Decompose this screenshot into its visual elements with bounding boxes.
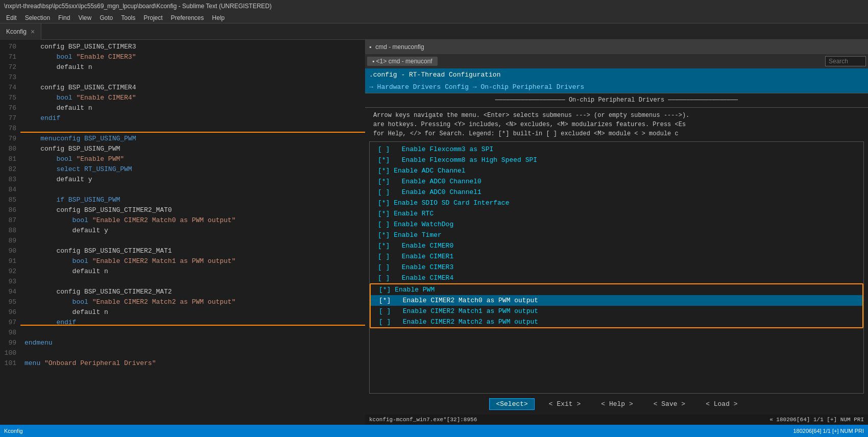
mc-list-item[interactable]: [*] Enable RTC — [370, 208, 863, 219]
mc-list-item[interactable]: [*] Enable ADC Channel — [370, 165, 863, 176]
tab-close-button[interactable]: × — [31, 28, 35, 36]
line-number: 85 — [0, 195, 16, 205]
mc-list-item[interactable]: [ ] Enable ADC0 Channel1 — [370, 187, 863, 198]
code-line — [25, 348, 361, 358]
mc-list-item[interactable]: [*] Enable CIMER0 — [370, 240, 863, 251]
mc-list-item[interactable]: [ ] Enable CIMER2 Match2 as PWM output — [371, 317, 862, 327]
editor-pane: 7071727374757677787980818283848586878889… — [0, 40, 365, 425]
code-line — [25, 185, 361, 195]
code-line: endmenu — [25, 338, 361, 348]
mc-save-button[interactable]: < Save > — [647, 398, 691, 410]
menu-help[interactable]: Help — [208, 14, 229, 21]
menu-edit[interactable]: Edit — [2, 14, 21, 21]
mc-list-item[interactable]: [ ] Enable CIMER1 — [370, 251, 863, 262]
cmd-status-right: « 180206[64] 1/1 [+] NUM PRI — [769, 415, 864, 425]
cmd-tab-bar: ▪ <1> cmd - menuconf — [365, 54, 868, 68]
mc-list[interactable]: [ ] Enable Flexcomm3 as SPI[*] Enable Fl… — [369, 141, 864, 394]
line-number: 100 — [0, 348, 16, 358]
mc-desc-line1: Arrow keys navigate the menu. <Enter> se… — [373, 111, 860, 120]
cmd-status-bar: kconfig-mconf_win7.exe*[32]:8956 « 18020… — [365, 415, 868, 425]
code-line: menuconfig BSP_USING_PWM — [25, 134, 361, 144]
title-text: \nxp\rt-thread\bsp\lpc55sxx\lpc55s69_mgn… — [4, 3, 272, 10]
line-number: 79 — [0, 134, 16, 144]
line-number: 96 — [0, 307, 16, 318]
mc-list-item[interactable]: [ ] Enable CIMER4 — [370, 273, 863, 283]
code-line: default y — [25, 175, 361, 185]
menu-tools[interactable]: Tools — [117, 14, 139, 21]
mc-breadcrumb: .config - RT-Thread Configuration — [365, 68, 868, 81]
search-input[interactable] — [825, 56, 866, 66]
mc-section-header: ─────────────────── On-chip Peripheral D… — [365, 93, 868, 108]
line-number: 89 — [0, 236, 16, 246]
mc-path-text: → Hardware Drivers Config → On-chip Peri… — [369, 83, 584, 91]
mc-list-item[interactable]: [ ] Enable WatchDog — [370, 219, 863, 230]
mc-breadcrumb-text: .config - RT-Thread Configuration — [369, 71, 500, 79]
mc-path: → Hardware Drivers Config → On-chip Peri… — [365, 81, 868, 93]
line-number: 73 — [0, 72, 16, 83]
code-line: if BSP_USING_PWM — [25, 195, 361, 205]
code-line: default n — [25, 103, 361, 113]
code-line: config BSP_USING_CTIMER2_MAT1 — [25, 246, 361, 256]
cmd-pane: ▪ cmd - menuconfig ▪ <1> cmd - menuconf … — [365, 40, 868, 425]
mc-exit-button[interactable]: < Exit > — [543, 398, 587, 410]
menu-find[interactable]: Find — [54, 14, 74, 21]
menu-preferences[interactable]: Preferences — [167, 14, 208, 21]
code-line — [25, 72, 361, 83]
status-right: 180206[64] 1/1 [+] NUM PRI — [793, 428, 864, 434]
line-number: 77 — [0, 113, 16, 124]
mc-select-button[interactable]: <Select> — [489, 398, 534, 410]
code-line: bool "Enable CIMER3" — [25, 52, 361, 62]
line-number: 71 — [0, 52, 16, 62]
status-bar: Kconfig 180206[64] 1/1 [+] NUM PRI — [0, 425, 868, 437]
code-line: default y — [25, 226, 361, 236]
code-line: menu "Onboard Peripheral Drivers" — [25, 358, 361, 369]
code-area[interactable]: config BSP_USING_CTIMER3 bool "Enable CI… — [20, 40, 365, 425]
mc-list-item[interactable]: [ ] Enable CIMER2 Match1 as PWM output — [371, 306, 862, 317]
editor-content: 7071727374757677787980818283848586878889… — [0, 40, 365, 425]
menu-project[interactable]: Project — [139, 14, 166, 21]
code-line: config BSP_USING_PWM — [25, 144, 361, 154]
line-number: 72 — [0, 62, 16, 72]
mc-help-button[interactable]: < Help > — [595, 398, 639, 410]
line-number: 87 — [0, 215, 16, 226]
code-line: select RT_USING_PWM — [25, 164, 361, 175]
line-number: 86 — [0, 205, 16, 215]
cmd-window-icon: ▪ — [369, 43, 371, 51]
mc-list-item[interactable]: [*] Enable Timer — [370, 230, 863, 240]
code-line — [25, 277, 361, 287]
cmd-icon: ▪ — [372, 58, 374, 65]
line-number: 99 — [0, 338, 16, 348]
line-number: 84 — [0, 185, 16, 195]
line-number: 91 — [0, 256, 16, 266]
cmd-tab[interactable]: ▪ <1> cmd - menuconf — [367, 57, 438, 66]
mc-section-header-text: ─────────────────── On-chip Peripheral D… — [495, 96, 738, 104]
code-line: config BSP_USING_CTIMER4 — [25, 83, 361, 93]
line-number: 101 — [0, 358, 16, 369]
line-number: 88 — [0, 226, 16, 236]
line-number: 70 — [0, 42, 16, 52]
mc-list-item[interactable]: [ ] Enable Flexcomm3 as SPI — [370, 144, 863, 155]
code-line: bool "Enable PWM" — [25, 154, 361, 164]
code-line: endif — [25, 318, 361, 328]
code-line: config BSP_USING_CTIMER2_MAT2 — [25, 287, 361, 297]
menu-goto[interactable]: Goto — [95, 14, 117, 21]
mc-list-item[interactable]: [*] Enable ADC0 Channel0 — [370, 176, 863, 187]
line-number: 94 — [0, 287, 16, 297]
mc-list-item[interactable]: [*] Enable Flexcomm8 as High Speed SPI — [370, 155, 863, 165]
mc-load-button[interactable]: < Load > — [700, 398, 743, 410]
mc-list-item[interactable]: [*] Enable PWM — [371, 284, 862, 295]
menu-view[interactable]: View — [74, 14, 95, 21]
code-line: endif — [25, 113, 361, 124]
mc-list-item[interactable]: [*] Enable CIMER2 Match0 as PWM output — [371, 295, 862, 306]
code-line: default n — [25, 307, 361, 318]
mc-list-item[interactable]: [ ] Enable CIMER3 — [370, 262, 863, 273]
line-number: 82 — [0, 164, 16, 175]
code-line: bool "Enable CIMER2 Match2 as PWM output… — [25, 297, 361, 307]
tab-kconfig[interactable]: Kconfig × — [0, 23, 41, 40]
main-area: 7071727374757677787980818283848586878889… — [0, 40, 868, 425]
mc-list-item[interactable]: [*] Enable SDIO SD Card Interface — [370, 198, 863, 208]
line-numbers: 7071727374757677787980818283848586878889… — [0, 40, 20, 425]
code-line: bool "Enable CIMER2 Match1 as PWM output… — [25, 256, 361, 266]
menu-selection[interactable]: Selection — [21, 14, 54, 21]
line-number: 90 — [0, 246, 16, 256]
